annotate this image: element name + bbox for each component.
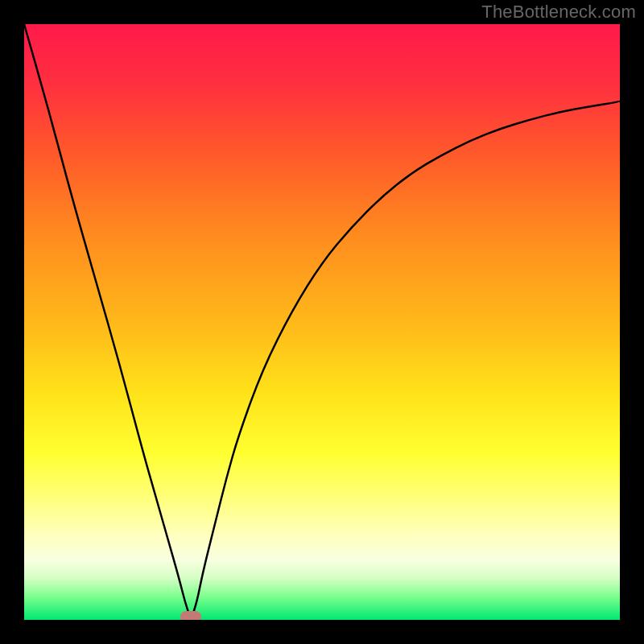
chart-svg bbox=[24, 24, 620, 620]
background-rect bbox=[24, 24, 620, 620]
chart-frame: TheBottleneck.com bbox=[0, 0, 644, 644]
plot-area bbox=[24, 24, 620, 620]
watermark-text: TheBottleneck.com bbox=[481, 2, 636, 23]
minimum-marker bbox=[180, 611, 201, 620]
